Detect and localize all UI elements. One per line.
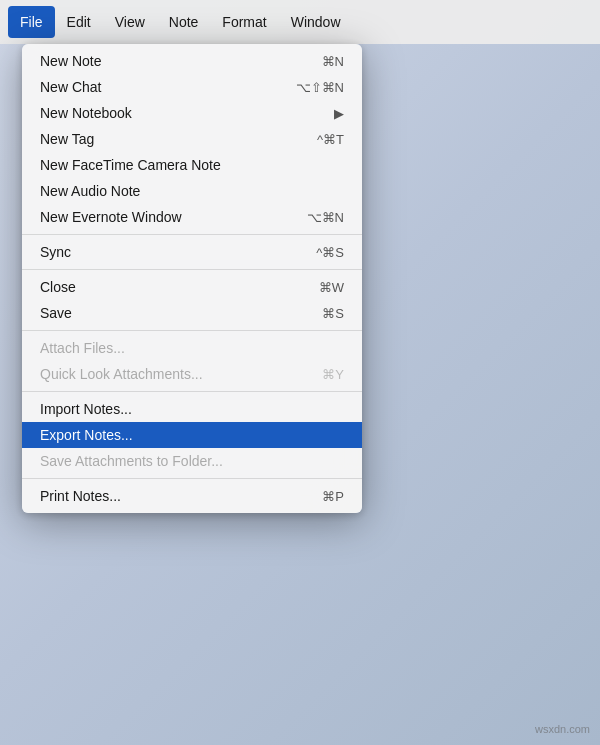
menu-item-new-notebook[interactable]: New Notebook ▶	[22, 100, 362, 126]
menu-item-new-chat[interactable]: New Chat ⌥⇧⌘N	[22, 74, 362, 100]
separator-3	[22, 330, 362, 331]
menu-item-new-notebook-arrow: ▶	[334, 106, 344, 121]
menu-window[interactable]: Window	[279, 6, 353, 38]
menu-edit[interactable]: Edit	[55, 6, 103, 38]
menu-item-new-notebook-label: New Notebook	[40, 105, 334, 121]
menu-note[interactable]: Note	[157, 6, 211, 38]
menu-item-save-attachments: Save Attachments to Folder...	[22, 448, 362, 474]
menu-item-new-evernote-window-label: New Evernote Window	[40, 209, 307, 225]
menu-item-new-evernote-window[interactable]: New Evernote Window ⌥⌘N	[22, 204, 362, 230]
menu-item-print-notes[interactable]: Print Notes... ⌘P	[22, 483, 362, 509]
menu-item-close-label: Close	[40, 279, 319, 295]
menu-item-save-attachments-label: Save Attachments to Folder...	[40, 453, 344, 469]
menu-item-new-tag[interactable]: New Tag ^⌘T	[22, 126, 362, 152]
menu-file[interactable]: File	[8, 6, 55, 38]
menu-item-attach-files: Attach Files...	[22, 335, 362, 361]
menu-item-new-tag-shortcut: ^⌘T	[317, 132, 344, 147]
menu-item-quick-look: Quick Look Attachments... ⌘Y	[22, 361, 362, 387]
menu-item-export-notes[interactable]: Export Notes...	[22, 422, 362, 448]
menu-item-new-evernote-window-shortcut: ⌥⌘N	[307, 210, 344, 225]
menu-item-new-chat-label: New Chat	[40, 79, 296, 95]
menu-view[interactable]: View	[103, 6, 157, 38]
menu-item-new-note-shortcut: ⌘N	[322, 54, 344, 69]
menu-bar: File Edit View Note Format Window	[0, 0, 600, 44]
menu-item-sync[interactable]: Sync ^⌘S	[22, 239, 362, 265]
menu-item-new-facetime[interactable]: New FaceTime Camera Note	[22, 152, 362, 178]
menu-format[interactable]: Format	[210, 6, 278, 38]
menu-item-close[interactable]: Close ⌘W	[22, 274, 362, 300]
menu-item-import-notes[interactable]: Import Notes...	[22, 396, 362, 422]
menu-item-new-note[interactable]: New Note ⌘N	[22, 48, 362, 74]
menu-item-new-audio-label: New Audio Note	[40, 183, 344, 199]
menu-item-import-notes-label: Import Notes...	[40, 401, 344, 417]
separator-4	[22, 391, 362, 392]
menu-item-export-notes-label: Export Notes...	[40, 427, 344, 443]
menu-item-new-chat-shortcut: ⌥⇧⌘N	[296, 80, 344, 95]
separator-2	[22, 269, 362, 270]
menu-item-quick-look-label: Quick Look Attachments...	[40, 366, 322, 382]
menu-item-attach-files-label: Attach Files...	[40, 340, 344, 356]
menu-item-quick-look-shortcut: ⌘Y	[322, 367, 344, 382]
menu-item-save-shortcut: ⌘S	[322, 306, 344, 321]
menu-item-new-tag-label: New Tag	[40, 131, 317, 147]
menu-item-new-facetime-label: New FaceTime Camera Note	[40, 157, 344, 173]
menu-item-save-label: Save	[40, 305, 322, 321]
menu-item-save[interactable]: Save ⌘S	[22, 300, 362, 326]
menu-item-new-note-label: New Note	[40, 53, 322, 69]
menu-item-print-notes-label: Print Notes...	[40, 488, 322, 504]
menu-item-sync-shortcut: ^⌘S	[316, 245, 344, 260]
separator-5	[22, 478, 362, 479]
menu-item-close-shortcut: ⌘W	[319, 280, 344, 295]
menu-item-sync-label: Sync	[40, 244, 316, 260]
menu-item-print-notes-shortcut: ⌘P	[322, 489, 344, 504]
separator-1	[22, 234, 362, 235]
menu-item-new-audio[interactable]: New Audio Note	[22, 178, 362, 204]
watermark: wsxdn.com	[535, 723, 590, 735]
file-dropdown-menu: New Note ⌘N New Chat ⌥⇧⌘N New Notebook ▶…	[22, 44, 362, 513]
